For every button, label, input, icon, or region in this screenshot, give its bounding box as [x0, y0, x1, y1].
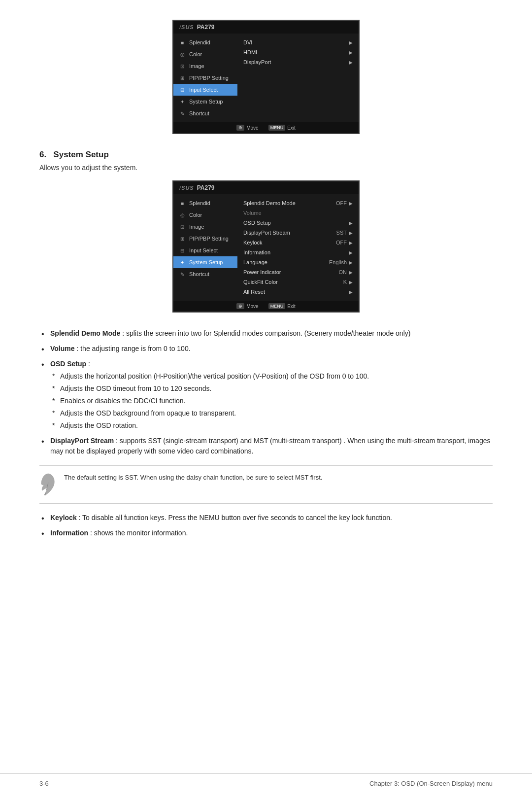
osd-header-1: /SUS PA279: [173, 21, 359, 34]
keylock-label: Keylock: [243, 240, 263, 245]
osd-sub-1: Adjusts the horizontal position (H-Posit…: [50, 371, 493, 382]
row-splendid-demo: Splendid Demo Mode OFF ▶: [243, 198, 353, 208]
section-intro: Allows you to adjust the system.: [39, 164, 493, 172]
osd-item-pip-1: ⊞ PIP/PBP Setting: [173, 72, 237, 84]
hdmi-arrow: ▶: [349, 50, 353, 55]
osd-screenshot-2: /SUS PA279 ■ Splendid ◎ Color ⊡ Image: [172, 180, 360, 313]
information-text: : shows the monitor information.: [90, 529, 188, 537]
volume-label: Volume: [243, 210, 262, 216]
pip-label-1: PIP/PBP Setting: [189, 75, 229, 81]
bullet-volume: Volume : the adjusting range is from 0 t…: [39, 344, 493, 354]
footer-move-2: ⊕ Move: [236, 303, 258, 309]
bullet-list: Splendid Demo Mode : splits the screen i…: [39, 328, 493, 456]
input-label-2: Input Select: [189, 247, 218, 253]
splendid-demo-bold: Splendid Demo Mode: [50, 329, 120, 337]
osd-model-2: PA279: [197, 184, 215, 191]
page-container: /SUS PA279 ■ Splendid ◎ Color ⊡ Image: [0, 0, 532, 573]
dp-arrow: ▶: [349, 60, 353, 65]
section-number: 6.: [39, 150, 46, 159]
osd-item-shortcut-1: ✎ Shortcut: [173, 107, 237, 119]
dp-stream-value: SST ▶: [336, 230, 353, 236]
power-indicator-value: ON ▶: [339, 269, 353, 275]
dp-stream-text: : supports SST (single-stream transport)…: [50, 437, 490, 455]
keylock-bold: Keylock: [50, 514, 77, 522]
system-label-1: System Setup: [189, 99, 223, 105]
bullet-splendid-demo: Splendid Demo Mode : splits the screen i…: [39, 328, 493, 339]
hdmi-label: HDMI: [243, 49, 257, 55]
bullet-osd-setup: OSD Setup : Adjusts the horizontal posit…: [39, 359, 493, 431]
color-icon-1: ◎: [178, 51, 186, 58]
pip-icon-1: ⊞: [178, 74, 186, 81]
splendid-demo-value: OFF ▶: [336, 200, 353, 206]
dp-stream-label: DisplayPort Stream: [243, 230, 290, 236]
quickfit-label: QuickFit Color: [243, 279, 278, 285]
dp-label: DisplayPort: [243, 59, 271, 65]
osd-model-1: PA279: [197, 24, 215, 31]
osd-right-row-dvi: DVI ▶: [243, 37, 353, 47]
footer-exit-label-1: Exit: [287, 125, 296, 131]
footer-move-label-1: Move: [246, 125, 258, 131]
move-icon-1: ⊕: [236, 125, 244, 131]
osd-item-splendid-1: ■ Splendid: [173, 36, 237, 48]
quickfit-value: K ▶: [343, 279, 353, 285]
osd-sub-list: Adjusts the horizontal position (H-Posit…: [50, 371, 493, 431]
system-icon-2: ✦: [178, 259, 186, 266]
footer-exit-1: MENU Exit: [268, 125, 296, 131]
note-icon-wrapper: [39, 473, 57, 496]
image-label-1: Image: [189, 63, 204, 69]
shortcut-icon-1: ✎: [178, 110, 186, 117]
osd-item-input-1: ⊟ Input Select: [173, 84, 237, 96]
splendid-label-1: Splendid: [189, 39, 210, 45]
all-reset-arrow: ▶: [349, 289, 353, 295]
splendid-icon-2: ■: [178, 200, 186, 207]
osd-sub-5: Adjusts the OSD rotation.: [50, 420, 493, 431]
footer-chapter: Chapter 3: OSD (On-Screen Display) menu: [369, 780, 493, 787]
footer-exit-2: MENU Exit: [268, 303, 296, 309]
osd-right-2: Splendid Demo Mode OFF ▶ Volume OSD Setu…: [237, 194, 359, 301]
osd-item-shortcut-2: ✎ Shortcut: [173, 268, 237, 280]
osd-footer-1: ⊕ Move MENU Exit: [173, 122, 359, 133]
exit-icon-2: MENU: [268, 303, 286, 309]
input-label-1: Input Select: [189, 87, 218, 93]
osd-item-system-2: ✦ System Setup: [173, 256, 237, 268]
language-value: English ▶: [329, 259, 353, 265]
system-label-2: System Setup: [189, 259, 223, 265]
asus-logo-2: /SUS: [179, 185, 194, 191]
osd-left-1: ■ Splendid ◎ Color ⊡ Image ⊞ PIP/PBP Set…: [173, 34, 237, 122]
splendid-icon-1: ■: [178, 39, 186, 46]
osd-right-1: DVI ▶ HDMI ▶ DisplayPort ▶: [237, 34, 359, 122]
asus-logo-1: /SUS: [179, 24, 194, 30]
osd-sub-2: Adjusts the OSD timeout from 10 to 120 s…: [50, 384, 493, 394]
osd-setup-bold: OSD Setup: [50, 360, 86, 368]
dp-stream-bold: DisplayPort Stream: [50, 437, 114, 445]
note-text: The default setting is SST. When using t…: [64, 473, 322, 483]
exit-icon-1: MENU: [268, 125, 286, 131]
volume-text: : the adjusting range is from 0 to 100.: [76, 345, 190, 352]
pip-icon-2: ⊞: [178, 235, 186, 242]
section-heading: 6. System Setup: [39, 150, 493, 160]
osd-setup-arrow: ▶: [349, 220, 353, 226]
section-6-wrapper: 6. System Setup Allows you to adjust the…: [39, 150, 493, 172]
row-all-reset: All Reset ▶: [243, 287, 353, 297]
information-arrow: ▶: [349, 250, 353, 255]
feather-icon: [39, 473, 57, 496]
bullet-dp-stream: DisplayPort Stream : supports SST (singl…: [39, 436, 493, 456]
language-label: Language: [243, 259, 267, 265]
row-dp-stream: DisplayPort Stream SST ▶: [243, 228, 353, 238]
splendid-demo-label: Splendid Demo Mode: [243, 200, 296, 206]
shortcut-icon-2: ✎: [178, 271, 186, 278]
splendid-demo-text: : splits the screen into two for Splendi…: [122, 329, 410, 337]
osd-left-2: ■ Splendid ◎ Color ⊡ Image ⊞ PIP/PBP Set…: [173, 194, 237, 301]
osd-menu-1: /SUS PA279 ■ Splendid ◎ Color ⊡ Image: [172, 20, 360, 134]
system-icon-1: ✦: [178, 98, 186, 105]
osd-item-splendid-2: ■ Splendid: [173, 197, 237, 209]
osd-body-2: ■ Splendid ◎ Color ⊡ Image ⊞ PIP/PBP Set…: [173, 194, 359, 301]
shortcut-label-1: Shortcut: [189, 110, 209, 116]
osd-right-row-hdmi: HDMI ▶: [243, 47, 353, 57]
color-label-1: Color: [189, 51, 202, 57]
splendid-label-2: Splendid: [189, 200, 210, 206]
osd-item-color-2: ◎ Color: [173, 209, 237, 221]
osd-item-color-1: ◎ Color: [173, 48, 237, 60]
keylock-value: OFF ▶: [336, 240, 353, 245]
footer-move-1: ⊕ Move: [236, 125, 258, 131]
